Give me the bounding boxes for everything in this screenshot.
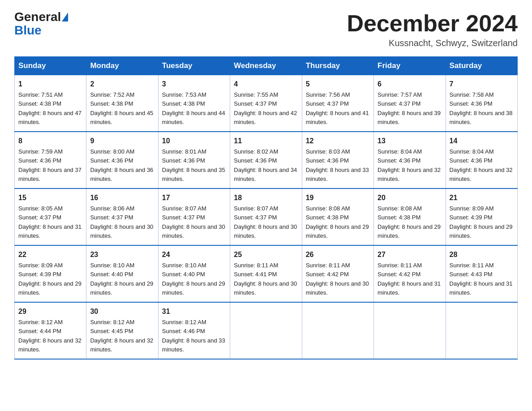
calendar-cell: 31Sunrise: 8:12 AMSunset: 4:46 PMDayligh… bbox=[158, 302, 230, 359]
day-info: Sunrise: 8:10 AMSunset: 4:40 PMDaylight:… bbox=[90, 262, 153, 296]
day-info: Sunrise: 8:12 AMSunset: 4:44 PMDaylight:… bbox=[18, 319, 82, 353]
calendar-cell: 24Sunrise: 8:10 AMSunset: 4:40 PMDayligh… bbox=[158, 245, 230, 302]
calendar-table: SundayMondayTuesdayWednesdayThursdayFrid… bbox=[14, 56, 518, 360]
day-number: 22 bbox=[18, 249, 82, 260]
day-number: 29 bbox=[18, 306, 82, 317]
day-number: 30 bbox=[90, 306, 154, 317]
column-header-sunday: Sunday bbox=[15, 57, 86, 75]
calendar-cell: 6Sunrise: 7:57 AMSunset: 4:37 PMDaylight… bbox=[374, 75, 446, 132]
month-title: December 2024 bbox=[347, 11, 518, 36]
day-number: 25 bbox=[234, 249, 298, 260]
day-info: Sunrise: 7:56 AMSunset: 4:37 PMDaylight:… bbox=[306, 91, 369, 125]
column-header-friday: Friday bbox=[374, 57, 446, 75]
location: Kussnacht, Schwyz, Switzerland bbox=[347, 38, 518, 48]
day-number: 14 bbox=[450, 136, 514, 146]
calendar-cell: 30Sunrise: 8:12 AMSunset: 4:45 PMDayligh… bbox=[86, 302, 158, 359]
column-header-saturday: Saturday bbox=[446, 57, 517, 75]
day-info: Sunrise: 7:52 AMSunset: 4:38 PMDaylight:… bbox=[90, 91, 153, 125]
calendar-cell: 3Sunrise: 7:53 AMSunset: 4:38 PMDaylight… bbox=[158, 75, 230, 132]
day-info: Sunrise: 8:08 AMSunset: 4:38 PMDaylight:… bbox=[306, 205, 369, 239]
day-number: 8 bbox=[18, 136, 82, 146]
calendar-cell bbox=[302, 302, 373, 359]
calendar-cell: 4Sunrise: 7:55 AMSunset: 4:37 PMDaylight… bbox=[230, 75, 302, 132]
calendar-cell: 5Sunrise: 7:56 AMSunset: 4:37 PMDaylight… bbox=[302, 75, 373, 132]
column-header-thursday: Thursday bbox=[302, 57, 373, 75]
day-info: Sunrise: 8:10 AMSunset: 4:40 PMDaylight:… bbox=[162, 262, 225, 296]
calendar-cell: 23Sunrise: 8:10 AMSunset: 4:40 PMDayligh… bbox=[86, 245, 158, 302]
day-number: 24 bbox=[162, 249, 226, 260]
day-number: 5 bbox=[306, 79, 370, 90]
day-info: Sunrise: 8:02 AMSunset: 4:36 PMDaylight:… bbox=[234, 148, 297, 182]
calendar-cell: 2Sunrise: 7:52 AMSunset: 4:38 PMDaylight… bbox=[86, 75, 158, 132]
calendar-cell: 26Sunrise: 8:11 AMSunset: 4:42 PMDayligh… bbox=[302, 245, 373, 302]
day-number: 21 bbox=[450, 193, 514, 203]
day-info: Sunrise: 8:09 AMSunset: 4:39 PMDaylight:… bbox=[18, 262, 82, 296]
day-number: 9 bbox=[90, 136, 154, 146]
day-info: Sunrise: 8:05 AMSunset: 4:37 PMDaylight:… bbox=[18, 205, 82, 239]
day-number: 26 bbox=[306, 249, 370, 260]
day-info: Sunrise: 8:09 AMSunset: 4:39 PMDaylight:… bbox=[450, 205, 513, 239]
day-number: 17 bbox=[162, 193, 226, 203]
day-number: 16 bbox=[90, 193, 154, 203]
day-info: Sunrise: 8:12 AMSunset: 4:45 PMDaylight:… bbox=[90, 319, 153, 353]
logo-triangle-icon bbox=[62, 13, 68, 21]
day-number: 19 bbox=[306, 193, 370, 203]
calendar-cell bbox=[230, 302, 302, 359]
day-number: 12 bbox=[306, 136, 370, 146]
day-info: Sunrise: 7:55 AMSunset: 4:37 PMDaylight:… bbox=[234, 91, 297, 125]
calendar-cell: 11Sunrise: 8:02 AMSunset: 4:36 PMDayligh… bbox=[230, 132, 302, 188]
calendar-cell: 10Sunrise: 8:01 AMSunset: 4:36 PMDayligh… bbox=[158, 132, 230, 188]
column-header-tuesday: Tuesday bbox=[158, 57, 230, 75]
day-info: Sunrise: 8:12 AMSunset: 4:46 PMDaylight:… bbox=[162, 319, 225, 353]
calendar-cell bbox=[446, 302, 517, 359]
day-info: Sunrise: 7:58 AMSunset: 4:36 PMDaylight:… bbox=[450, 91, 513, 125]
day-info: Sunrise: 8:01 AMSunset: 4:36 PMDaylight:… bbox=[162, 148, 225, 182]
calendar-cell: 14Sunrise: 8:04 AMSunset: 4:36 PMDayligh… bbox=[446, 132, 517, 188]
logo: General Blue bbox=[14, 11, 69, 38]
day-number: 2 bbox=[90, 79, 154, 90]
day-number: 7 bbox=[450, 79, 514, 90]
calendar-cell: 13Sunrise: 8:04 AMSunset: 4:36 PMDayligh… bbox=[374, 132, 446, 188]
day-info: Sunrise: 7:53 AMSunset: 4:38 PMDaylight:… bbox=[162, 91, 225, 125]
day-number: 10 bbox=[162, 136, 226, 146]
column-header-monday: Monday bbox=[86, 57, 158, 75]
day-number: 20 bbox=[378, 193, 442, 203]
day-info: Sunrise: 8:11 AMSunset: 4:41 PMDaylight:… bbox=[234, 262, 297, 296]
day-info: Sunrise: 8:07 AMSunset: 4:37 PMDaylight:… bbox=[234, 205, 297, 239]
week-row-1: 1Sunrise: 7:51 AMSunset: 4:38 PMDaylight… bbox=[15, 75, 518, 132]
calendar-cell: 15Sunrise: 8:05 AMSunset: 4:37 PMDayligh… bbox=[15, 188, 86, 245]
page-header: General Blue December 2024 Kussnacht, Sc… bbox=[14, 11, 518, 48]
calendar-cell: 12Sunrise: 8:03 AMSunset: 4:36 PMDayligh… bbox=[302, 132, 373, 188]
day-number: 6 bbox=[378, 79, 442, 90]
calendar-cell: 16Sunrise: 8:06 AMSunset: 4:37 PMDayligh… bbox=[86, 188, 158, 245]
logo-blue: Blue bbox=[14, 23, 42, 38]
calendar-cell: 9Sunrise: 8:00 AMSunset: 4:36 PMDaylight… bbox=[86, 132, 158, 188]
column-header-wednesday: Wednesday bbox=[230, 57, 302, 75]
calendar-cell: 28Sunrise: 8:11 AMSunset: 4:43 PMDayligh… bbox=[446, 245, 517, 302]
day-number: 13 bbox=[378, 136, 442, 146]
calendar-cell: 21Sunrise: 8:09 AMSunset: 4:39 PMDayligh… bbox=[446, 188, 517, 245]
day-info: Sunrise: 7:59 AMSunset: 4:36 PMDaylight:… bbox=[18, 148, 82, 182]
day-number: 28 bbox=[450, 249, 514, 260]
title-block: December 2024 Kussnacht, Schwyz, Switzer… bbox=[347, 11, 518, 48]
day-info: Sunrise: 8:04 AMSunset: 4:36 PMDaylight:… bbox=[450, 148, 513, 182]
day-info: Sunrise: 8:04 AMSunset: 4:36 PMDaylight:… bbox=[378, 148, 441, 182]
calendar-cell: 25Sunrise: 8:11 AMSunset: 4:41 PMDayligh… bbox=[230, 245, 302, 302]
calendar-cell: 8Sunrise: 7:59 AMSunset: 4:36 PMDaylight… bbox=[15, 132, 86, 188]
calendar-cell: 18Sunrise: 8:07 AMSunset: 4:37 PMDayligh… bbox=[230, 188, 302, 245]
calendar-cell: 7Sunrise: 7:58 AMSunset: 4:36 PMDaylight… bbox=[446, 75, 517, 132]
calendar-cell: 19Sunrise: 8:08 AMSunset: 4:38 PMDayligh… bbox=[302, 188, 373, 245]
calendar-cell: 17Sunrise: 8:07 AMSunset: 4:37 PMDayligh… bbox=[158, 188, 230, 245]
calendar-cell: 1Sunrise: 7:51 AMSunset: 4:38 PMDaylight… bbox=[15, 75, 86, 132]
day-info: Sunrise: 8:11 AMSunset: 4:42 PMDaylight:… bbox=[306, 262, 369, 296]
calendar-cell: 29Sunrise: 8:12 AMSunset: 4:44 PMDayligh… bbox=[15, 302, 86, 359]
day-number: 15 bbox=[18, 193, 82, 203]
day-number: 23 bbox=[90, 249, 154, 260]
logo-general: General bbox=[14, 11, 61, 23]
calendar-cell bbox=[374, 302, 446, 359]
week-row-2: 8Sunrise: 7:59 AMSunset: 4:36 PMDaylight… bbox=[15, 132, 518, 188]
week-row-4: 22Sunrise: 8:09 AMSunset: 4:39 PMDayligh… bbox=[15, 245, 518, 302]
day-number: 11 bbox=[234, 136, 298, 146]
day-info: Sunrise: 8:08 AMSunset: 4:38 PMDaylight:… bbox=[378, 205, 441, 239]
day-info: Sunrise: 7:57 AMSunset: 4:37 PMDaylight:… bbox=[378, 91, 441, 125]
